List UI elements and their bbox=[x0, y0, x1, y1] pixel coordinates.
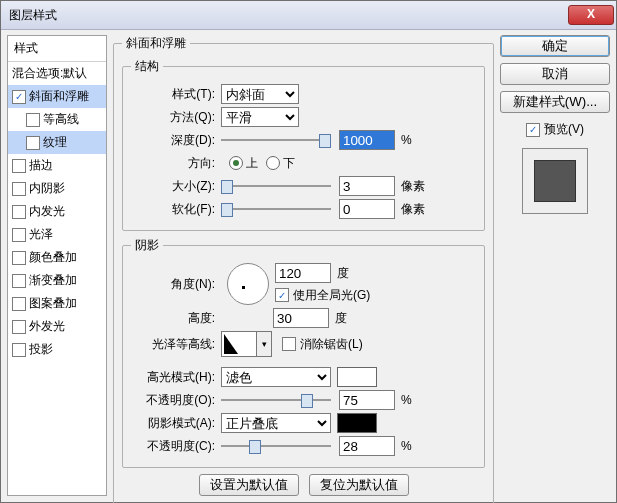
style-item-stroke[interactable]: 描边 bbox=[8, 154, 106, 177]
soften-label: 软化(F): bbox=[131, 201, 221, 218]
bevel-group: 斜面和浮雕 结构 样式(T): 内斜面 方法(Q): 平滑 深度(D): bbox=[113, 35, 494, 503]
soften-slider[interactable] bbox=[221, 201, 331, 217]
dialog-window: 图层样式 X 样式 混合选项:默认 斜面和浮雕 等高线 纹理 描边 内阴影 内发… bbox=[0, 0, 617, 503]
angle-input[interactable] bbox=[275, 263, 331, 283]
direction-up-radio[interactable] bbox=[229, 156, 243, 170]
checkbox-icon[interactable] bbox=[12, 159, 26, 173]
highlight-mode-label: 高光模式(H): bbox=[131, 369, 221, 386]
style-item-drop-shadow[interactable]: 投影 bbox=[8, 338, 106, 361]
checkbox-icon[interactable] bbox=[12, 228, 26, 242]
method-label: 方法(Q): bbox=[131, 109, 221, 126]
depth-slider[interactable] bbox=[221, 132, 331, 148]
depth-label: 深度(D): bbox=[131, 132, 221, 149]
checkbox-icon[interactable] bbox=[12, 274, 26, 288]
preview-checkbox[interactable] bbox=[526, 123, 540, 137]
cancel-button[interactable]: 取消 bbox=[500, 63, 610, 85]
size-unit: 像素 bbox=[401, 178, 425, 195]
set-default-button[interactable]: 设置为默认值 bbox=[199, 474, 299, 496]
shadow-mode-combo[interactable]: 正片叠底 bbox=[221, 413, 331, 433]
checkbox-icon[interactable] bbox=[12, 320, 26, 334]
size-slider[interactable] bbox=[221, 178, 331, 194]
altitude-label: 高度: bbox=[131, 310, 221, 327]
titlebar: 图层样式 X bbox=[1, 1, 616, 30]
checkbox-icon[interactable] bbox=[12, 343, 26, 357]
shadow-opacity-unit: % bbox=[401, 439, 412, 453]
global-light-checkbox[interactable] bbox=[275, 288, 289, 302]
structure-group: 结构 样式(T): 内斜面 方法(Q): 平滑 深度(D): % bbox=[122, 58, 485, 231]
styles-panel: 样式 混合选项:默认 斜面和浮雕 等高线 纹理 描边 内阴影 内发光 光泽 颜色… bbox=[7, 35, 107, 496]
style-item-contour[interactable]: 等高线 bbox=[8, 108, 106, 131]
highlight-color-swatch[interactable] bbox=[337, 367, 377, 387]
gloss-contour-swatch[interactable] bbox=[221, 331, 257, 357]
antialias-checkbox[interactable] bbox=[282, 337, 296, 351]
style-item-inner-shadow[interactable]: 内阴影 bbox=[8, 177, 106, 200]
ok-button[interactable]: 确定 bbox=[500, 35, 610, 57]
preview-label: 预览(V) bbox=[544, 121, 584, 138]
checkbox-icon[interactable] bbox=[26, 136, 40, 150]
global-light-label: 使用全局光(G) bbox=[293, 287, 370, 304]
style-combo[interactable]: 内斜面 bbox=[221, 84, 299, 104]
highlight-opacity-slider[interactable] bbox=[221, 392, 331, 408]
style-item-texture[interactable]: 纹理 bbox=[8, 131, 106, 154]
altitude-unit: 度 bbox=[335, 310, 347, 327]
checkbox-icon[interactable] bbox=[12, 297, 26, 311]
checkbox-icon[interactable] bbox=[26, 113, 40, 127]
shadow-mode-label: 阴影模式(A): bbox=[131, 415, 221, 432]
direction-label: 方向: bbox=[131, 155, 221, 172]
checkbox-icon[interactable] bbox=[12, 251, 26, 265]
angle-unit: 度 bbox=[337, 265, 349, 282]
size-input[interactable] bbox=[339, 176, 395, 196]
altitude-input[interactable] bbox=[273, 308, 329, 328]
highlight-opacity-label: 不透明度(O): bbox=[131, 392, 221, 409]
highlight-opacity-input[interactable] bbox=[339, 390, 395, 410]
window-title: 图层样式 bbox=[9, 7, 568, 24]
bevel-legend: 斜面和浮雕 bbox=[122, 35, 190, 52]
highlight-mode-combo[interactable]: 滤色 bbox=[221, 367, 331, 387]
checkbox-icon[interactable] bbox=[12, 90, 26, 104]
new-style-button[interactable]: 新建样式(W)... bbox=[500, 91, 610, 113]
style-label: 样式(T): bbox=[131, 86, 221, 103]
antialias-label: 消除锯齿(L) bbox=[300, 336, 363, 353]
shading-group: 阴影 角度(N): 度 使用全局光(G) bbox=[122, 237, 485, 468]
style-item-inner-glow[interactable]: 内发光 bbox=[8, 200, 106, 223]
highlight-opacity-unit: % bbox=[401, 393, 412, 407]
depth-unit: % bbox=[401, 133, 412, 147]
shadow-opacity-slider[interactable] bbox=[221, 438, 331, 454]
style-item-gradient-overlay[interactable]: 渐变叠加 bbox=[8, 269, 106, 292]
method-combo[interactable]: 平滑 bbox=[221, 107, 299, 127]
depth-input[interactable] bbox=[339, 130, 395, 150]
style-item-blend[interactable]: 混合选项:默认 bbox=[8, 62, 106, 85]
soften-unit: 像素 bbox=[401, 201, 425, 218]
shading-legend: 阴影 bbox=[131, 237, 163, 254]
gloss-label: 光泽等高线: bbox=[131, 336, 221, 353]
angle-dial[interactable] bbox=[227, 263, 269, 305]
styles-header: 样式 bbox=[8, 36, 106, 62]
shadow-opacity-input[interactable] bbox=[339, 436, 395, 456]
center-panel: 斜面和浮雕 结构 样式(T): 内斜面 方法(Q): 平滑 深度(D): bbox=[113, 35, 494, 496]
right-panel: 确定 取消 新建样式(W)... 预览(V) bbox=[500, 35, 610, 496]
shadow-color-swatch[interactable] bbox=[337, 413, 377, 433]
style-item-bevel-emboss[interactable]: 斜面和浮雕 bbox=[8, 85, 106, 108]
reset-default-button[interactable]: 复位为默认值 bbox=[309, 474, 409, 496]
style-item-satin[interactable]: 光泽 bbox=[8, 223, 106, 246]
preview-thumbnail bbox=[522, 148, 588, 214]
checkbox-icon[interactable] bbox=[12, 205, 26, 219]
chevron-down-icon[interactable]: ▾ bbox=[257, 331, 272, 357]
shadow-opacity-label: 不透明度(C): bbox=[131, 438, 221, 455]
angle-label: 角度(N): bbox=[131, 276, 221, 293]
close-icon[interactable]: X bbox=[568, 5, 614, 25]
direction-down-radio[interactable] bbox=[266, 156, 280, 170]
style-item-color-overlay[interactable]: 颜色叠加 bbox=[8, 246, 106, 269]
checkbox-icon[interactable] bbox=[12, 182, 26, 196]
size-label: 大小(Z): bbox=[131, 178, 221, 195]
structure-legend: 结构 bbox=[131, 58, 163, 75]
soften-input[interactable] bbox=[339, 199, 395, 219]
style-item-pattern-overlay[interactable]: 图案叠加 bbox=[8, 292, 106, 315]
content: 样式 混合选项:默认 斜面和浮雕 等高线 纹理 描边 内阴影 内发光 光泽 颜色… bbox=[1, 29, 616, 502]
style-item-outer-glow[interactable]: 外发光 bbox=[8, 315, 106, 338]
